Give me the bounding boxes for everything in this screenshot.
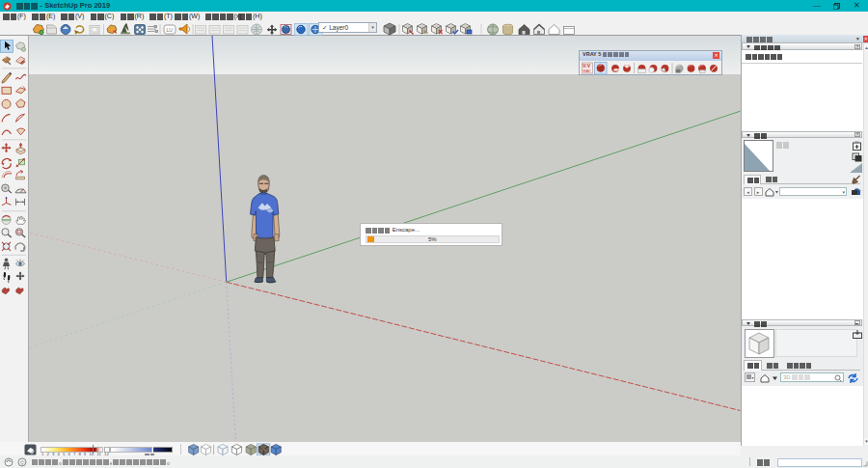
svg-text:LU: LU — [167, 26, 174, 32]
svg-text:RAY: RAY — [583, 69, 591, 73]
svg-text:©: © — [20, 460, 25, 466]
